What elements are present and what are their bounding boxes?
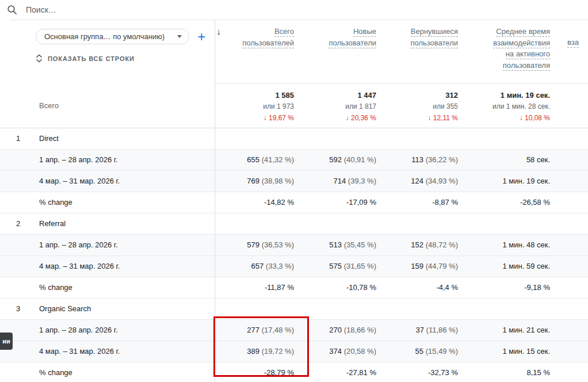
totals-value: 312: [391, 91, 458, 100]
table-row-group: 3Organic Search: [0, 298, 588, 319]
metric-cell: 124 (34,93 %): [391, 170, 473, 192]
table-row-group: 1Direct: [0, 128, 588, 149]
totals-value: 1 447: [309, 91, 376, 100]
metric-value: 655: [247, 155, 259, 164]
row-label: % change: [0, 277, 215, 298]
column-header-line: Вернувшиеся: [411, 27, 458, 37]
metric-value: -17,09 %: [346, 198, 376, 207]
metric-value: 124: [411, 177, 423, 185]
metric-value: -11,87 %: [265, 283, 294, 292]
column-header-total-users[interactable]: ↓ Всегопользователей: [215, 20, 309, 83]
row-label: 4 мар. – 31 мар. 2026 г.: [0, 255, 215, 277]
change-down-icon: ↓: [264, 114, 267, 122]
totals-change: ↓ 12,11 %: [391, 114, 458, 122]
metric-cell: 579 (36,53 %): [215, 234, 309, 255]
metric-cell: -26,58 %: [473, 192, 565, 213]
column-header-line: пользователи: [410, 39, 458, 48]
metric-share: (38,98 %): [259, 177, 294, 185]
metric-value: 575: [329, 262, 342, 270]
metric-value: -9,18 %: [524, 283, 550, 292]
metric-share: (39,3 %): [346, 177, 376, 185]
metric-cell-empty: [565, 213, 588, 234]
column-header-clipped[interactable]: вза: [565, 20, 588, 83]
metric-cell: -4,4 %: [391, 277, 473, 298]
metric-value: 55: [415, 347, 423, 356]
metric-cell-empty: [309, 213, 391, 234]
metric-cell-empty: [565, 149, 588, 170]
metric-cell: 1 мин. 19 сек.: [473, 170, 565, 192]
metric-cell: 657 (33,3 %): [215, 255, 309, 277]
metric-share: (17,48 %): [259, 326, 294, 334]
metric-cell-empty: [473, 213, 565, 234]
search-icon: [7, 5, 17, 15]
row-label: 1 апр. – 28 апр. 2026 г.: [0, 234, 215, 255]
metric-cell-empty: [565, 128, 588, 149]
metric-cell: 374 (20,58 %): [309, 341, 391, 362]
totals-secondary-value: или 1 мин. 28 сек.: [473, 102, 550, 110]
totals-label: Всего: [0, 83, 215, 128]
metric-cell-empty: [565, 234, 588, 255]
row-label: % change: [0, 362, 215, 382]
metric-value: 113: [411, 155, 423, 164]
metric-cell-empty: [565, 362, 588, 382]
show-all-rows-button[interactable]: ПОКАЗАТЬ ВСЕ СТРОКИ: [36, 54, 215, 63]
metric-value: 159: [411, 262, 423, 270]
metric-cell: 1 мин. 59 сек.: [473, 255, 565, 277]
metric-value: 1 мин. 48 сек.: [502, 240, 550, 249]
table-row-period: 4 мар. – 31 мар. 2026 г.769 (38,98 %)714…: [0, 170, 588, 192]
dimension-cell: 2Referral: [0, 213, 215, 234]
sort-descending-icon: ↓: [217, 25, 222, 39]
metric-cell: 592 (40,91 %): [309, 149, 391, 170]
metric-cell: -28,79 %: [215, 362, 309, 382]
dimension-value: Organic Search: [39, 304, 91, 313]
metric-value: 374: [329, 347, 342, 356]
row-index: 2: [16, 219, 20, 228]
metric-cell-empty: [215, 213, 309, 234]
metric-cell: -27,81 %: [309, 362, 391, 382]
metric-cell: -14,82 %: [215, 192, 309, 213]
table-row-period: 1 апр. – 28 апр. 2026 г.277 (17,48 %)270…: [0, 319, 588, 341]
metric-share: (19,72 %): [259, 347, 294, 356]
tooltip-fragment: ии: [0, 333, 13, 350]
dimension-cell: 3Organic Search: [0, 298, 215, 319]
dimension-dropdown[interactable]: Основная группа… по умолчанию): [36, 29, 189, 44]
table-row-period: 1 апр. – 28 апр. 2026 г.579 (36,53 %)513…: [0, 234, 588, 255]
column-header-line: Среднее время: [496, 27, 550, 37]
metric-cell: 1 мин. 48 сек.: [473, 234, 565, 255]
column-header-line: пользователей: [242, 39, 294, 48]
metric-share: (18,66 %): [342, 326, 376, 334]
unfold-more-icon: [36, 54, 43, 63]
metric-cell-empty: [309, 298, 391, 319]
row-label: 1 апр. – 28 апр. 2026 г.: [0, 149, 215, 170]
add-comparison-button[interactable]: +: [197, 30, 205, 43]
metric-cell: 389 (19,72 %): [215, 341, 309, 362]
metric-cell: 152 (48,72 %): [391, 234, 473, 255]
row-label: 1 апр. – 28 апр. 2026 г.: [0, 319, 215, 341]
metric-cell: -8,87 %: [391, 192, 473, 213]
metric-value: 714: [334, 177, 346, 185]
metric-value: -4,4 %: [436, 283, 458, 292]
column-header-new-users[interactable]: Новыепользователи: [309, 20, 391, 83]
metric-cell-empty: [391, 128, 473, 149]
metric-value: 769: [247, 177, 259, 185]
row-index: 1: [16, 134, 20, 143]
table-row-change: % change-14,82 %-17,09 %-8,87 %-26,58 %: [0, 192, 588, 213]
search-input[interactable]: [25, 5, 312, 15]
row-index: 3: [16, 304, 20, 313]
totals-row: Всего 1 585или 1 973↓ 19,67 %1 447или 1 …: [0, 83, 588, 128]
metric-cell: -10,78 %: [309, 277, 391, 298]
metric-cell: 58 сек.: [473, 149, 565, 170]
column-header-avg-engagement-time[interactable]: Среднее времявзаимодействияна активногоп…: [473, 20, 565, 83]
chevron-down-icon: [177, 35, 182, 38]
metric-share: (40,91 %): [342, 155, 376, 164]
metric-cell-empty: [309, 128, 391, 149]
metric-cell-empty: [565, 255, 588, 277]
table-controls: Основная группа… по умолчанию) + ПОКАЗАТ…: [0, 20, 215, 83]
column-header-line: взаимодействия: [493, 39, 550, 48]
row-label: % change: [0, 192, 215, 213]
metric-value: 270: [329, 326, 342, 334]
column-header-line: пользователя: [503, 61, 550, 71]
table-row-change: % change-11,87 %-10,78 %-4,4 %-9,18 %: [0, 277, 588, 298]
metric-cell: 513 (35,45 %): [309, 234, 391, 255]
column-header-returning-users[interactable]: Вернувшиесяпользователи: [391, 20, 473, 83]
